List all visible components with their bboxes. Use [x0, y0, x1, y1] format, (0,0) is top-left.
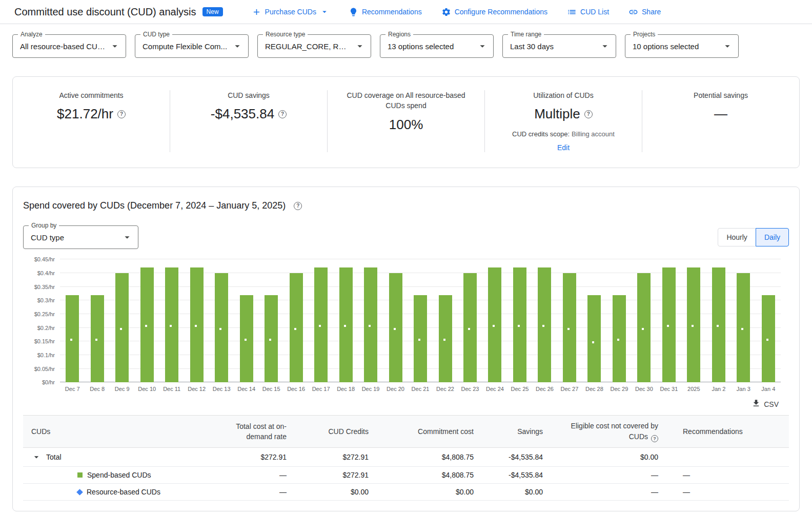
- bar[interactable]: [488, 267, 501, 382]
- x-tick-label: Dec 9: [110, 386, 134, 392]
- bar[interactable]: [240, 295, 253, 383]
- page-title: Committed use discount (CUD) analysis: [14, 6, 196, 18]
- x-tick-label: Dec 11: [159, 386, 184, 392]
- x-tick-label: Dec 31: [657, 386, 681, 392]
- filters-bar: AnalyzeAll resource-based CUDsCUD typeCo…: [0, 24, 812, 65]
- square-marker: [294, 328, 296, 330]
- stat-value: $21.72/hr: [57, 106, 113, 122]
- bar[interactable]: [66, 295, 79, 383]
- bar[interactable]: [339, 267, 353, 382]
- bar[interactable]: [463, 273, 477, 382]
- table-body: Total$272.91$272.91$4,808.75-$4,535.84$0…: [23, 448, 789, 501]
- y-tick-label: $0.4/hr: [37, 270, 55, 276]
- bar[interactable]: [587, 295, 601, 383]
- bar[interactable]: [91, 295, 104, 383]
- bar-slot: [508, 259, 532, 382]
- bar[interactable]: [538, 267, 551, 382]
- square-marker: [567, 328, 570, 330]
- table-cell: —: [218, 484, 295, 501]
- filter-regions[interactable]: Regions13 options selected: [380, 34, 494, 58]
- bar-slot: [134, 259, 159, 382]
- download-icon: [752, 399, 761, 409]
- square-marker: [245, 339, 247, 341]
- table-cell: —: [666, 467, 789, 484]
- group-by-select[interactable]: Group by CUD type: [23, 225, 138, 249]
- y-tick-label: $0.1/hr: [37, 352, 55, 358]
- square-marker: [170, 325, 172, 327]
- chart-card: Spend covered by CUDs (December 7, 2024 …: [12, 187, 800, 511]
- help-icon[interactable]: ?: [278, 110, 287, 118]
- action-label: Purchase CUDs: [265, 8, 316, 16]
- bar[interactable]: [513, 267, 526, 382]
- bar-slot: [482, 259, 507, 382]
- filter-projects[interactable]: Projects10 options selected: [625, 34, 739, 58]
- filter-time-range[interactable]: Time rangeLast 30 days: [502, 34, 616, 58]
- hourly-toggle-button[interactable]: Hourly: [718, 228, 756, 246]
- bar[interactable]: [637, 273, 651, 382]
- bar[interactable]: [190, 267, 204, 382]
- bar[interactable]: [115, 273, 129, 382]
- help-icon[interactable]: ?: [651, 435, 658, 442]
- stat-active-commitments: Active commitments $21.72/hr ?: [13, 90, 170, 152]
- bar[interactable]: [414, 295, 427, 383]
- x-tick-label: Dec 13: [209, 386, 234, 392]
- bar-slot: [582, 259, 606, 382]
- stat-value: Multiple: [534, 106, 580, 122]
- stat-label: Potential savings: [652, 90, 790, 100]
- y-tick-label: $0.3/hr: [37, 297, 55, 303]
- purchase-cuds-button[interactable]: Purchase CUDs: [252, 7, 329, 17]
- table-cell: $0.00: [482, 484, 551, 501]
- help-icon[interactable]: ?: [294, 202, 302, 210]
- bar[interactable]: [165, 267, 178, 382]
- bar[interactable]: [389, 273, 402, 382]
- edit-scope-link[interactable]: Edit: [554, 143, 573, 152]
- square-marker: [369, 325, 371, 327]
- filter-resource-type[interactable]: Resource typeREGULAR_CORE, REGU...: [257, 34, 371, 58]
- bar-slot: [433, 259, 457, 382]
- column-header: Eligible cost not covered by CUDs?: [551, 416, 666, 448]
- bar-slot: [532, 259, 557, 382]
- bar[interactable]: [687, 267, 700, 382]
- bar[interactable]: [762, 295, 775, 383]
- help-icon[interactable]: ?: [117, 110, 126, 118]
- download-csv-button[interactable]: CSV: [748, 398, 782, 410]
- y-tick-label: $0.05/hr: [34, 366, 55, 372]
- configure-recommendations-button[interactable]: Configure Recommendations: [441, 7, 547, 17]
- bar[interactable]: [737, 273, 750, 382]
- square-marker: [394, 328, 396, 330]
- bar[interactable]: [364, 267, 377, 382]
- share-button[interactable]: Share: [628, 7, 661, 17]
- bar[interactable]: [712, 267, 725, 382]
- expand-caret-icon[interactable]: [31, 452, 42, 462]
- filter-analyze[interactable]: AnalyzeAll resource-based CUDs: [12, 34, 126, 58]
- recommendations-button[interactable]: Recommendations: [349, 7, 422, 17]
- table-cell: $272.91: [295, 448, 377, 467]
- axis-spacer: [23, 386, 60, 392]
- bar[interactable]: [662, 267, 676, 382]
- square-marker: [443, 339, 445, 341]
- bar-slot: [110, 259, 134, 382]
- bar-slot: [706, 259, 731, 382]
- bar[interactable]: [439, 295, 452, 383]
- bar[interactable]: [613, 295, 626, 383]
- chevron-down-icon: [121, 232, 133, 243]
- square-marker: [195, 325, 197, 327]
- daily-toggle-button[interactable]: Daily: [756, 228, 789, 246]
- bar-slot: [731, 259, 756, 382]
- bar[interactable]: [140, 267, 154, 382]
- x-tick-label: Dec 25: [508, 386, 532, 392]
- help-icon[interactable]: ?: [584, 110, 593, 118]
- filter-cud-type[interactable]: CUD typeCompute Flexible Com...: [135, 34, 249, 58]
- bar-slot: [184, 259, 209, 382]
- bar[interactable]: [265, 295, 278, 383]
- chevron-down-icon: [599, 40, 611, 52]
- bar[interactable]: [314, 267, 328, 382]
- column-header: Recommendations: [666, 416, 789, 448]
- bar[interactable]: [215, 273, 228, 382]
- interval-toggle: Hourly Daily: [718, 228, 789, 246]
- bar[interactable]: [290, 273, 303, 382]
- bar[interactable]: [563, 273, 576, 382]
- cud-list-button[interactable]: CUD List: [567, 7, 609, 17]
- table-row: Resource-based CUDs—$0.00$0.00$0.00——: [23, 484, 789, 501]
- bar-slot: [60, 259, 85, 382]
